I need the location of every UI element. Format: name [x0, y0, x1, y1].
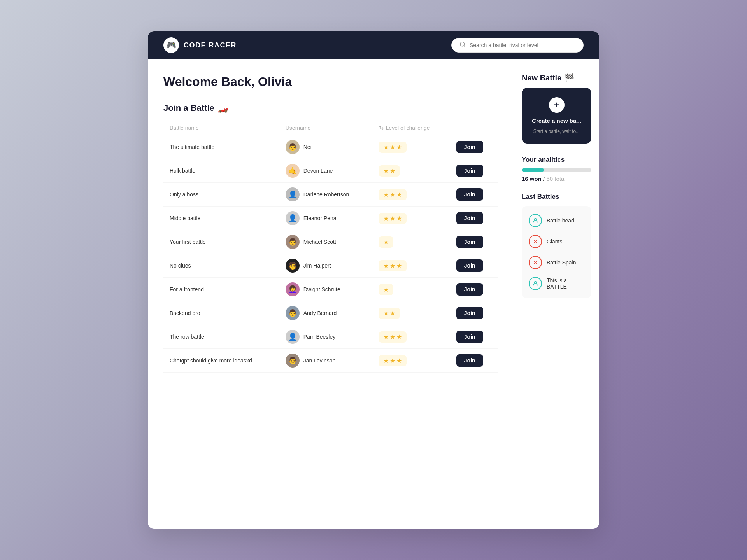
avatar: 👩‍🦱 [286, 282, 300, 296]
stars-badge: ★ [379, 284, 393, 295]
plus-button[interactable]: + [549, 97, 565, 113]
battle-name-cell: For a frontend [163, 278, 279, 301]
battle-table: Battle name Username Level of challenge [163, 121, 498, 373]
battle-item-name: This is a BATTLE [547, 277, 584, 290]
analytics-won: 16 won [522, 175, 542, 182]
search-input[interactable] [470, 42, 575, 48]
progress-bar-fill [522, 168, 544, 172]
join-cell: Join [450, 159, 498, 183]
avatar: 👨 [286, 306, 300, 320]
table-row: Backend bro 👨 Andy Bernard ★★ Join [163, 301, 498, 325]
analytics-section: Your analitics 16 won / 50 total [522, 156, 591, 182]
col-challenge: Level of challenge [372, 121, 450, 135]
main-container: 🎮 CODE RACER Welcome Back, Olivia Join a… [148, 31, 599, 529]
stars-cell: ★ [372, 278, 450, 301]
table-row: Chatgpt should give more ideasxd 👨 Jan L… [163, 349, 498, 373]
analytics-title: Your analitics [522, 156, 591, 164]
table-row: Your first battle 👨 Michael Scott ★ Join [163, 230, 498, 254]
stars-cell: ★★★ [372, 325, 450, 349]
battle-result-icon [529, 235, 542, 248]
page-title: Welcome Back, Olivia [163, 75, 498, 89]
stars-badge: ★★★ [379, 142, 407, 153]
battle-item-name: Battle Spain [547, 259, 576, 266]
join-cell: Join [450, 325, 498, 349]
join-button[interactable]: Join [456, 164, 483, 177]
join-button[interactable]: Join [456, 259, 483, 272]
stars-badge: ★★★ [379, 331, 407, 343]
avatar: 👤 [286, 330, 300, 344]
last-battles-title: Last Battles [522, 193, 591, 201]
stars-badge: ★★★ [379, 189, 407, 200]
stars-cell: ★★★ [372, 349, 450, 373]
username-label: Jan Levinson [303, 357, 336, 364]
join-button[interactable]: Join [456, 354, 483, 367]
last-battles-section: Last Battles Battle head Giants Battle S… [522, 193, 591, 298]
battle-name-cell: Backend bro [163, 301, 279, 325]
svg-point-2 [534, 219, 536, 220]
new-battle-card-title: Create a new ba... [532, 117, 581, 124]
username-cell: 👨 Jan Levinson [279, 349, 372, 373]
battle-item: Giants [523, 231, 590, 252]
avatar: 👨 [286, 354, 300, 368]
join-button[interactable]: Join [456, 188, 483, 201]
join-section: Join a Battle 🏎️ Battle name Username [163, 103, 498, 373]
username-label: Darlene Robertson [303, 191, 349, 198]
join-button[interactable]: Join [456, 331, 483, 343]
username-cell: 🧑 Jim Halpert [279, 254, 372, 278]
avatar: 👤 [286, 211, 300, 225]
join-cell: Join [450, 278, 498, 301]
username-label: Andy Bernard [303, 310, 337, 316]
join-button[interactable]: Join [456, 212, 483, 224]
new-battle-card[interactable]: + Create a new ba... Start a battle, wai… [522, 88, 591, 144]
join-cell: Join [450, 135, 498, 159]
table-row: Hulk battle 🤙 Devon Lane ★★ Join [163, 159, 498, 183]
new-battle-card-subtitle: Start a battle, wait fo... [533, 129, 580, 134]
search-bar[interactable] [451, 38, 584, 52]
join-button[interactable]: Join [456, 141, 483, 153]
avatar: 🤙 [286, 164, 300, 178]
join-button[interactable]: Join [456, 236, 483, 248]
battle-name-cell: Hulk battle [163, 159, 279, 183]
stars-badge: ★★ [379, 308, 400, 319]
username-label: Dwight Schrute [303, 286, 340, 292]
analytics-stats: 16 won / 50 total [522, 175, 591, 182]
username-label: Michael Scott [303, 239, 336, 245]
progress-bar-background [522, 168, 591, 172]
table-row: Only a boss 👤 Darlene Robertson ★★★ Join [163, 183, 498, 206]
analytics-total: 50 total [546, 175, 565, 182]
join-button[interactable]: Join [456, 283, 483, 296]
join-section-title: Join a Battle 🏎️ [163, 103, 498, 113]
battle-name-cell: The ultimate battle [163, 135, 279, 159]
join-cell: Join [450, 301, 498, 325]
sidebar: New Battle 🏁 + Create a new ba... Start … [514, 59, 599, 526]
search-icon [459, 41, 466, 49]
battle-item: Battle Spain [523, 252, 590, 273]
battle-item-name: Battle head [547, 217, 574, 224]
username-cell: 👨 Andy Bernard [279, 301, 372, 325]
battle-name-cell: Chatgpt should give more ideasxd [163, 349, 279, 373]
username-cell: 👨 Michael Scott [279, 230, 372, 254]
join-button[interactable]: Join [456, 307, 483, 319]
table-row: The ultimate battle 👨 Neil ★★★ Join [163, 135, 498, 159]
username-cell: 👤 Darlene Robertson [279, 183, 372, 206]
col-username: Username [279, 121, 372, 135]
battle-name-cell: Only a boss [163, 183, 279, 206]
navbar: 🎮 CODE RACER [148, 31, 599, 59]
battle-item: This is a BATTLE [523, 273, 590, 294]
battle-item-name: Giants [547, 238, 562, 245]
stars-cell: ★★★ [372, 206, 450, 230]
table-row: The row battle 👤 Pam Beesley ★★★ Join [163, 325, 498, 349]
stars-cell: ★★ [372, 159, 450, 183]
table-row: Middle battle 👤 Eleanor Pena ★★★ Join [163, 206, 498, 230]
stars-badge: ★★★ [379, 355, 407, 366]
brand-name: CODE RACER [184, 41, 237, 49]
stars-cell: ★ [372, 230, 450, 254]
new-battle-title: New Battle 🏁 [522, 73, 591, 82]
avatar: 👨 [286, 140, 300, 154]
join-cell: Join [450, 183, 498, 206]
battle-result-icon [529, 277, 542, 290]
avatar: 👤 [286, 187, 300, 201]
stars-cell: ★★★ [372, 183, 450, 206]
join-cell: Join [450, 206, 498, 230]
join-cell: Join [450, 230, 498, 254]
